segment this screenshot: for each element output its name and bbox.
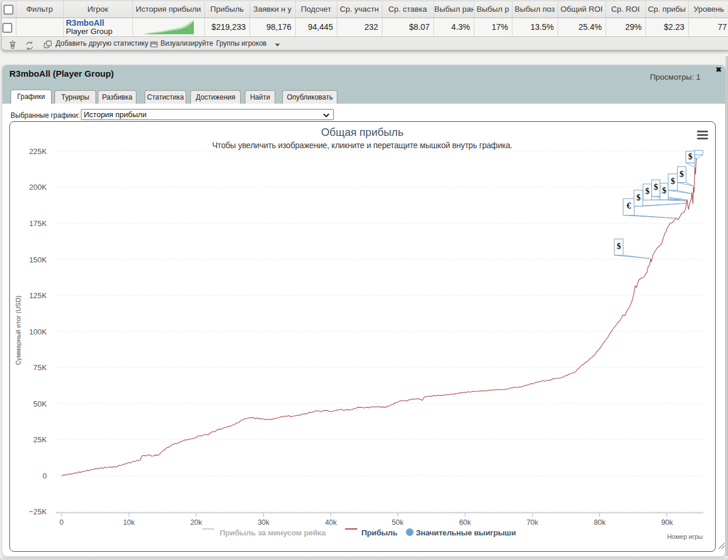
svg-text:$: $: [679, 169, 683, 179]
svg-text:$: $: [671, 176, 675, 186]
svg-text:$: $: [617, 241, 621, 251]
svg-text:$: $: [662, 186, 666, 195]
svg-text:$: $: [636, 193, 640, 202]
svg-text:€: €: [627, 201, 631, 210]
svg-text:$: $: [688, 152, 692, 161]
svg-text:$: $: [654, 182, 658, 192]
svg-text:$: $: [645, 186, 650, 196]
